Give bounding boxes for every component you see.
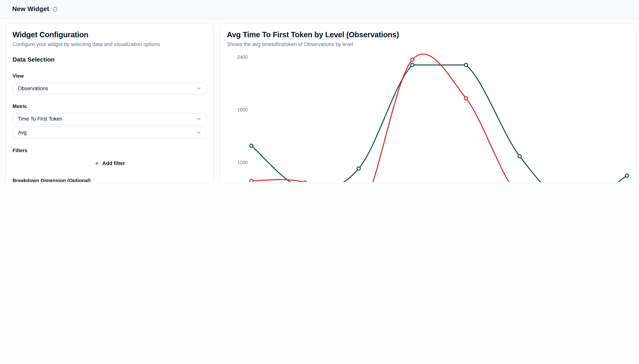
data-point-series-teal[interactable] <box>518 154 521 158</box>
aggregation-select[interactable]: Avg <box>13 127 207 138</box>
chevron-down-icon <box>196 86 201 91</box>
data-point-series-teal[interactable] <box>411 63 414 66</box>
y-axis-tick-label: 2400 <box>237 54 248 60</box>
data-point-series-teal[interactable] <box>464 63 467 66</box>
data-point-series-teal[interactable] <box>625 174 628 177</box>
breakdown-field: Breakdown Dimension (Optional) Level <box>13 178 207 182</box>
view-select[interactable]: Observations <box>13 82 207 94</box>
breakdown-label: Breakdown Dimension (Optional) <box>13 178 207 182</box>
chevron-down-icon <box>196 116 201 121</box>
add-filter-label: Add filter <box>102 160 125 166</box>
data-point-series-red[interactable] <box>303 181 307 182</box>
chart-title: Avg Time To First Token by Level (Observ… <box>227 30 629 39</box>
view-label: View <box>13 73 207 79</box>
data-selection-heading: Data Selection <box>13 56 207 63</box>
metric-label: Metric <box>13 104 207 109</box>
data-point-series-red[interactable] <box>250 179 253 182</box>
line-series-teal <box>251 65 627 182</box>
metric-select[interactable]: Time To First Token <box>13 113 207 125</box>
line-series-red <box>251 54 627 182</box>
y-axis-tick-label: 1200 <box>237 160 248 165</box>
view-select-value: Observations <box>18 86 48 91</box>
chart-subtitle: Shows the avg timetofirsttoken of Observ… <box>227 42 629 47</box>
config-subtitle: Configure your widget by selecting data … <box>13 42 207 47</box>
data-point-series-red[interactable] <box>411 58 414 61</box>
data-point-series-red[interactable] <box>464 96 467 100</box>
widget-preview-panel: Avg Time To First Token by Level (Observ… <box>220 23 636 182</box>
config-title: Widget Configuration <box>13 30 207 39</box>
view-field: View Observations <box>13 73 207 94</box>
page-title: New Widget <box>12 5 49 13</box>
y-axis-tick-label: 1800 <box>237 107 248 112</box>
metric-select-value: Time To First Token <box>18 116 63 122</box>
metric-field: Metric Time To First Token Avg <box>13 104 207 138</box>
filters-label: Filters <box>13 148 207 153</box>
data-point-series-teal[interactable] <box>250 144 253 148</box>
chevron-down-icon <box>196 130 201 135</box>
filters-field: Filters Add filter <box>13 148 207 167</box>
data-point-series-teal[interactable] <box>357 167 360 170</box>
aggregation-select-value: Avg <box>18 130 27 136</box>
line-chart: 06001200180024005/14/25, 02:00 AM5/15/25… <box>220 52 637 182</box>
plus-icon <box>94 161 99 166</box>
info-icon[interactable] <box>53 7 58 12</box>
page-header: New Widget <box>0 0 639 19</box>
widget-configuration-panel: Widget Configuration Configure your widg… <box>6 23 214 182</box>
new-widget-page: New Widget Widget Configuration Configur… <box>0 0 639 182</box>
add-filter-button[interactable]: Add filter <box>13 159 207 167</box>
